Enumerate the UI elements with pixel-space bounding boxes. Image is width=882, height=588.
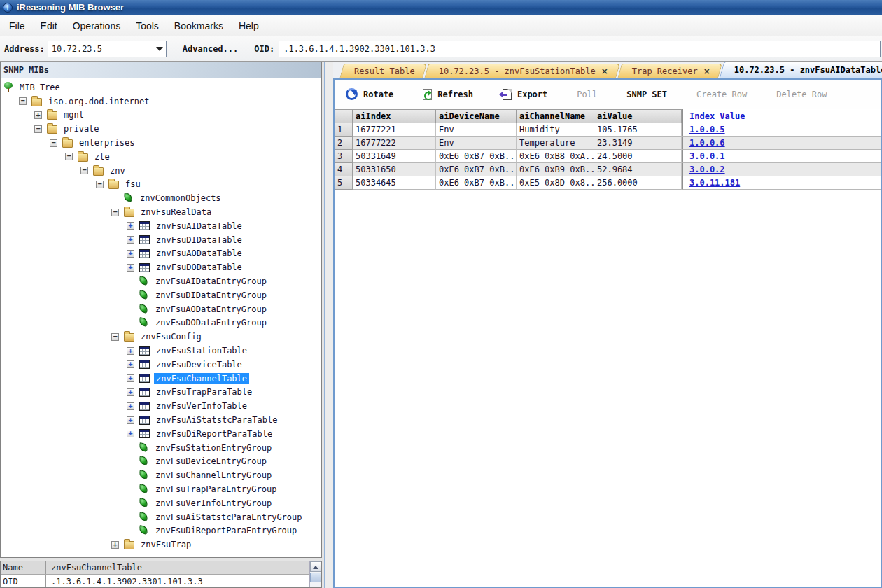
address-combobox[interactable]: 10.72.23.5 — [48, 41, 167, 57]
collapse-toggle[interactable]: − — [111, 209, 119, 216]
tree-item-znvfsuchannelentrygroup[interactable]: znvFsuChannelEntryGroup — [1, 468, 321, 482]
tree-item-znvcommonobjects[interactable]: znvCommonObjects — [1, 191, 321, 205]
info-scrollbar[interactable] — [309, 561, 321, 587]
cell-aidevicename[interactable]: 0xE6 0xB7 0xB... — [436, 150, 517, 163]
column-header-index-value[interactable]: Index Value — [682, 109, 881, 123]
tab-10-72-23-5-znvfsustationtable[interactable]: 10.72.23.5 - znvFsuStationTable× — [426, 64, 618, 78]
chevron-down-icon[interactable] — [156, 47, 163, 51]
tree-item-znvfsudodatatable[interactable]: +znvFsuDODataTable — [1, 260, 321, 274]
export-button[interactable]: Export — [503, 89, 547, 100]
tree-item-znvfsustationentrygroup[interactable]: znvFsuStationEntryGroup — [1, 441, 321, 455]
menu-help[interactable]: Help — [231, 18, 267, 34]
collapse-toggle[interactable]: − — [80, 167, 88, 174]
expand-toggle[interactable]: + — [127, 430, 134, 438]
tree-item-znvfsuaidataentrygroup[interactable]: znvFsuAIDataEntryGroup — [1, 274, 321, 288]
tab-result-table[interactable]: Result Table — [342, 64, 425, 78]
tree-item-znvfsuaodatatable[interactable]: +znvFsuAODataTable — [1, 247, 321, 261]
menu-operations[interactable]: Operations — [65, 18, 128, 34]
tree-item-znvfsuaodataentrygroup[interactable]: znvFsuAODataEntryGroup — [1, 302, 321, 316]
tab-10-72-23-5-znvfsuaidatatable[interactable]: 10.72.23.5 - znvFsuAIDataTable× — [722, 62, 882, 78]
cell-aiindex[interactable]: 50331650 — [353, 163, 436, 176]
collapse-toggle[interactable]: − — [65, 153, 73, 160]
refresh-button[interactable]: Refresh — [423, 89, 473, 100]
column-header-aidevicename[interactable]: aiDeviceName — [436, 109, 517, 123]
cell-aivalue[interactable]: 24.5000 — [594, 150, 682, 163]
tree-item-znvfsudidatatable[interactable]: +znvFsuDIDataTable — [1, 233, 321, 247]
tree-item-znvfsudireportparaentrygroup[interactable]: znvFsuDiReportParaEntryGroup — [1, 524, 321, 538]
index-value-link[interactable]: 3.0.11.181 — [690, 178, 740, 188]
index-value-link[interactable]: 3.0.0.1 — [690, 151, 725, 161]
collapse-toggle[interactable]: − — [34, 125, 42, 133]
close-tab-icon[interactable]: × — [704, 67, 710, 76]
expand-toggle[interactable]: + — [127, 222, 134, 230]
column-header-aivalue[interactable]: aiValue — [594, 109, 682, 123]
scrollbar-thumb[interactable] — [310, 573, 321, 582]
tree-item-znvfsutrapparatable[interactable]: +znvFsuTrapParaTable — [1, 386, 321, 400]
expand-toggle[interactable]: + — [127, 360, 134, 368]
cell-aidevicename[interactable]: 0xE6 0xB7 0xB... — [436, 176, 517, 190]
menu-file[interactable]: File — [1, 18, 33, 34]
expand-toggle[interactable]: + — [127, 416, 134, 424]
oid-input[interactable] — [279, 41, 881, 57]
cell-aivalue[interactable]: 105.1765 — [594, 123, 682, 136]
cell-aichannelname[interactable]: 0xE6 0xB8 0xA... — [517, 150, 594, 163]
tree-item-znvfsuaistatstcparaentrygroup[interactable]: znvFsuAiStatstcParaEntryGroup — [1, 510, 321, 524]
tree-item-zte[interactable]: −zte — [1, 150, 321, 164]
expand-toggle[interactable]: + — [127, 236, 134, 244]
column-header-aichannelname[interactable]: aiChannelName — [517, 109, 594, 123]
panel-splitter[interactable] — [322, 62, 333, 588]
tree-item-znvfsuaidatatable[interactable]: +znvFsuAIDataTable — [1, 219, 321, 233]
index-value-link[interactable]: 3.0.0.2 — [690, 164, 725, 174]
tree-item-znvfsudodataentrygroup[interactable]: znvFsuDODataEntryGroup — [1, 316, 321, 330]
tree-item-mgnt[interactable]: +mgnt — [1, 108, 321, 122]
collapse-toggle[interactable]: − — [96, 181, 104, 188]
tree-item-znvfsuverinfotable[interactable]: +znvFsuVerInfoTable — [1, 399, 321, 413]
menu-bookmarks[interactable]: Bookmarks — [167, 18, 231, 34]
expand-toggle[interactable]: + — [127, 347, 134, 355]
cell-aichannelname[interactable]: 0xE5 0x8D 0x8... — [517, 176, 594, 190]
cell-aiindex[interactable]: 50334645 — [353, 176, 436, 190]
tree-item-znvfsuconfig[interactable]: −znvFsuConfig — [1, 330, 321, 344]
cell-aivalue[interactable]: 52.9684 — [594, 163, 682, 176]
tree-item-znvfsuaistatstcparatable[interactable]: +znvFsuAiStatstcParaTable — [1, 413, 321, 427]
tree-item-znvfsustationtable[interactable]: +znvFsuStationTable — [1, 344, 321, 358]
tree-item-znvfsudireportparatable[interactable]: +znvFsuDiReportParaTable — [1, 427, 321, 441]
menu-edit[interactable]: Edit — [33, 18, 65, 34]
expand-toggle[interactable]: + — [111, 541, 119, 549]
tree-item-enterprises[interactable]: −enterprises — [1, 136, 321, 150]
advanced-button[interactable]: Advanced... — [176, 41, 244, 57]
expand-toggle[interactable]: + — [127, 250, 134, 258]
tree-item-znvfsuchanneltable[interactable]: +znvFsuChannelTable — [1, 372, 321, 386]
column-header-aiindex[interactable]: aiIndex — [353, 109, 436, 123]
cell-aichannelname[interactable]: 0xE6 0xB9 0xB... — [517, 163, 594, 176]
collapse-toggle[interactable]: − — [19, 97, 27, 105]
scroll-up-button[interactable] — [310, 561, 321, 572]
cell-aidevicename[interactable]: 0xE6 0xB7 0xB... — [436, 163, 517, 176]
tree-item-znvfsutrapparaentrygroup[interactable]: znvFsuTrapParaEntryGroup — [1, 482, 321, 496]
cell-aiindex[interactable]: 16777221 — [353, 123, 436, 136]
tree-item-iso-org-dod-internet[interactable]: −iso.org.dod.internet — [1, 94, 321, 108]
cell-aiindex[interactable]: 16777222 — [353, 136, 436, 150]
cell-aichannelname[interactable]: Temperature — [517, 136, 594, 150]
index-value-link[interactable]: 1.0.0.5 — [690, 125, 725, 134]
tab-trap-receiver[interactable]: Trap Receiver× — [620, 64, 720, 78]
tree-item-znvfsuverinfoentrygroup[interactable]: znvFsuVerInfoEntryGroup — [1, 496, 321, 510]
expand-toggle[interactable]: + — [127, 374, 134, 382]
cell-aivalue[interactable]: 256.0000 — [594, 176, 682, 190]
cell-aivalue[interactable]: 23.3149 — [594, 136, 682, 150]
menu-tools[interactable]: Tools — [128, 18, 167, 34]
tree-item-znvfsudeviceentrygroup[interactable]: znvFsuDeviceEntryGroup — [1, 455, 321, 469]
tree-item-znvfsudevicetable[interactable]: +znvFsuDeviceTable — [1, 358, 321, 372]
rotate-button[interactable]: Rotate — [346, 88, 393, 100]
tree-item-fsu[interactable]: −fsu — [1, 178, 321, 192]
expand-toggle[interactable]: + — [127, 388, 134, 396]
tree-item-znvfsudidataentrygroup[interactable]: znvFsuDIDataEntryGroup — [1, 288, 321, 302]
snmp-set-button[interactable]: SNMP SET — [626, 90, 667, 99]
close-tab-icon[interactable]: × — [601, 67, 608, 76]
collapse-toggle[interactable]: − — [111, 333, 119, 341]
tree-item-znvfsurealdata[interactable]: −znvFsuRealData — [1, 205, 321, 219]
cell-aiindex[interactable]: 50331649 — [353, 150, 436, 163]
expand-toggle[interactable]: + — [127, 402, 134, 410]
tree-item-private[interactable]: −private — [1, 122, 321, 136]
collapse-toggle[interactable]: − — [50, 139, 57, 147]
